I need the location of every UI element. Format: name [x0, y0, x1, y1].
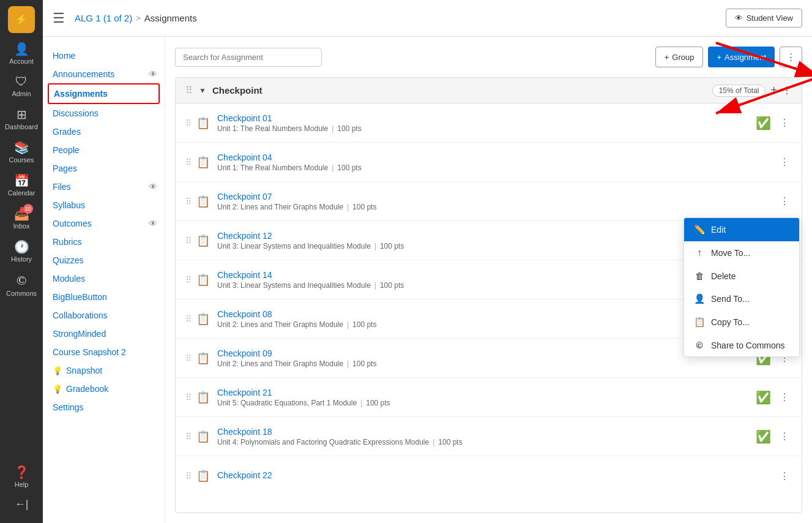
assignment-title[interactable]: Checkpoint 14: [217, 270, 756, 280]
ctx-edit[interactable]: ✏️ Edit: [684, 218, 799, 241]
nav-files-wrap: Files 👁: [43, 178, 165, 196]
row-menu-button[interactable]: ⋮: [777, 468, 792, 484]
topbar-right: 👁 Student View: [726, 9, 802, 28]
sidebar-item-calendar[interactable]: 📅 Calendar: [0, 168, 43, 201]
ctx-send-label: Send To...: [711, 294, 750, 304]
breadcrumb-course-link[interactable]: ALG 1 (1 of 2): [75, 13, 132, 23]
nav-rubrics[interactable]: Rubrics: [43, 233, 165, 251]
row-drag-handle[interactable]: ⠿: [185, 275, 192, 285]
group-collapse-arrow[interactable]: ▼: [199, 86, 206, 95]
nav-outcomes-wrap: Outcomes 👁: [43, 214, 165, 233]
row-drag-handle[interactable]: ⠿: [185, 432, 192, 442]
assignment-sub: Unit 2: Lines and Their Graphs Module|10…: [217, 320, 756, 329]
nav-grades[interactable]: Grades: [43, 122, 165, 141]
sidebar-item-inbox[interactable]: 📥10 Inbox: [0, 201, 43, 235]
ctx-move-to[interactable]: ↑ Move To...: [684, 241, 799, 265]
ctx-share-commons[interactable]: © Share to Commons: [684, 334, 799, 356]
group-add-button[interactable]: +: [770, 84, 777, 97]
nav-people[interactable]: People: [43, 141, 165, 159]
group-header-checkpoint: ⠿ ▼ Checkpoint 15% of Total + ⋮: [176, 78, 802, 103]
admin-icon: 🛡: [15, 75, 28, 89]
row-drag-handle[interactable]: ⠿: [185, 393, 192, 402]
row-info: Checkpoint 01 Unit 1: The Real Numbers M…: [217, 113, 756, 133]
ctx-delete[interactable]: 🗑 Delete: [684, 265, 799, 287]
nav-collaborations[interactable]: Collaborations: [43, 306, 165, 325]
nav-quizzes[interactable]: Quizzes: [43, 251, 165, 269]
assignment-title[interactable]: Checkpoint 09: [217, 348, 756, 358]
nav-announcements[interactable]: Announcements: [43, 65, 114, 83]
sidebar-item-admin[interactable]: 🛡 Admin: [0, 70, 43, 102]
student-view-button[interactable]: 👁 Student View: [726, 9, 802, 28]
sidebar-item-dashboard[interactable]: ⊞ Dashboard: [0, 102, 43, 135]
nav-bigbluebutton[interactable]: BigBlueButton: [43, 288, 165, 306]
row-drag-handle[interactable]: ⠿: [185, 353, 192, 363]
more-options-button[interactable]: ⋮: [780, 47, 802, 67]
ctx-send-to[interactable]: 👤 Send To...: [684, 287, 799, 310]
assignment-title[interactable]: Checkpoint 08: [217, 309, 756, 319]
row-drag-handle[interactable]: ⠿: [185, 471, 192, 481]
sidebar-item-history[interactable]: 🕐 History: [0, 235, 43, 268]
group-menu-button[interactable]: ⋮: [782, 85, 792, 96]
assignment-sub: Unit 1: The Real Numbers Module|100 pts: [217, 124, 756, 133]
sidebar-item-help[interactable]: ❓ Help: [0, 460, 43, 493]
ctx-share-label: Share to Commons: [711, 341, 785, 350]
assignment-type-icon: 📋: [196, 312, 210, 326]
nav-discussions[interactable]: Discussions: [43, 104, 165, 122]
group-drag-handle[interactable]: ⠿: [185, 85, 193, 96]
hamburger-menu[interactable]: ☰: [53, 10, 65, 26]
ctx-copy-to[interactable]: 📋 Copy To...: [684, 310, 799, 334]
assignment-title[interactable]: Checkpoint 01: [217, 113, 756, 123]
nav-pages[interactable]: Pages: [43, 159, 165, 178]
nav-gradebook[interactable]: 💡Gradebook: [43, 380, 165, 398]
assignment-sub: Unit 4: Polynomials and Factoring Quadra…: [217, 438, 756, 446]
row-drag-handle[interactable]: ⠿: [185, 236, 192, 246]
row-menu-button[interactable]: ⋮: [777, 154, 792, 170]
nav-files[interactable]: Files: [43, 178, 71, 196]
add-group-icon: +: [665, 53, 669, 62]
row-menu-button[interactable]: ⋮: [777, 428, 792, 445]
app-logo[interactable]: ⚡: [8, 6, 35, 33]
breadcrumb-separator: >: [136, 13, 141, 23]
row-drag-handle[interactable]: ⠿: [185, 314, 192, 324]
sidebar-collapse-btn[interactable]: ←|: [0, 493, 43, 516]
row-right: ✅ ⋮: [756, 115, 792, 131]
assignment-sub: Unit 3: Linear Systems and Inequalities …: [217, 281, 756, 290]
svg-text:⚡: ⚡: [15, 13, 28, 25]
nav-strongminded[interactable]: StrongMinded: [43, 325, 165, 343]
nav-modules[interactable]: Modules: [43, 269, 165, 288]
assignment-title[interactable]: Checkpoint 22: [217, 470, 777, 480]
nav-snapshot[interactable]: 💡Snapshot: [43, 361, 165, 380]
sidebar-item-commons[interactable]: © Commons: [0, 268, 43, 302]
search-input[interactable]: [175, 48, 322, 67]
row-right: ⋮: [777, 193, 792, 209]
add-assignment-button[interactable]: + Assignment: [708, 47, 775, 67]
nav-syllabus[interactable]: Syllabus: [43, 196, 165, 214]
sidebar-item-courses[interactable]: 📚 Courses: [0, 135, 43, 168]
add-group-button[interactable]: + Group: [655, 47, 704, 67]
row-menu-button[interactable]: ⋮: [777, 193, 792, 209]
row-drag-handle[interactable]: ⠿: [185, 197, 192, 206]
files-visibility-icon[interactable]: 👁: [149, 182, 157, 192]
published-check-icon: ✅: [756, 390, 771, 405]
sidebar-item-account[interactable]: 👤 Account: [0, 37, 43, 70]
toolbar-right: + Group + Assignment ⋮: [655, 47, 802, 67]
assignment-title[interactable]: Checkpoint 18: [217, 427, 756, 437]
nav-course-snapshot[interactable]: Course Snapshot 2: [43, 343, 165, 361]
nav-home[interactable]: Home: [43, 47, 165, 65]
right-panel-wrap: + Group + Assignment ⋮ ⠿: [165, 37, 812, 523]
nav-settings[interactable]: Settings: [43, 398, 165, 416]
row-drag-handle[interactable]: ⠿: [185, 157, 192, 167]
row-menu-button[interactable]: ⋮: [777, 115, 792, 131]
gradebook-bulb-icon: 💡: [53, 385, 62, 394]
announcements-visibility-icon[interactable]: 👁: [149, 69, 157, 79]
outcomes-visibility-icon[interactable]: 👁: [149, 219, 157, 228]
nav-assignments[interactable]: Assignments: [48, 83, 160, 104]
assignment-title[interactable]: Checkpoint 07: [217, 192, 777, 201]
nav-outcomes[interactable]: Outcomes: [43, 214, 92, 233]
assignment-type-icon: 📋: [196, 234, 210, 247]
assignment-title[interactable]: Checkpoint 04: [217, 152, 777, 162]
account-icon: 👤: [14, 42, 29, 56]
row-drag-handle[interactable]: ⠿: [185, 118, 192, 128]
assignment-title[interactable]: Checkpoint 21: [217, 388, 756, 397]
row-menu-button[interactable]: ⋮: [777, 389, 792, 405]
